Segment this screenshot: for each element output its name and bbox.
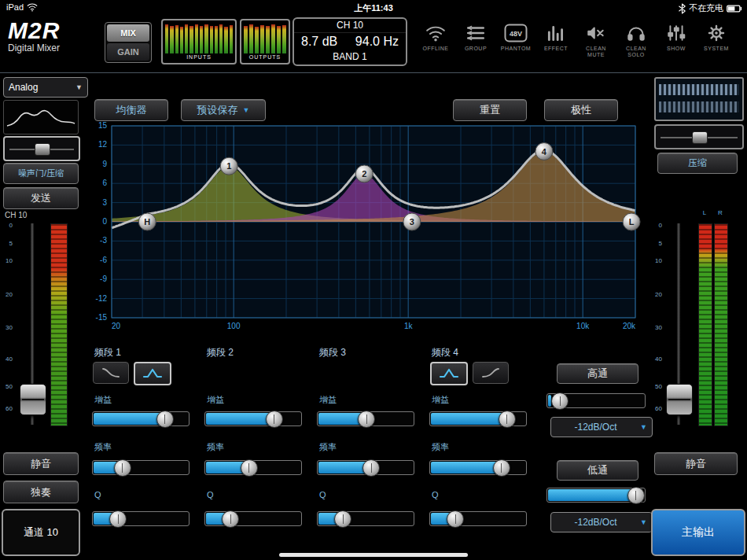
slider-knob[interactable]	[334, 510, 351, 528]
bell-icon[interactable]	[430, 362, 468, 385]
svg-text:-6: -6	[100, 256, 107, 264]
band3-gain-label: 增益	[319, 394, 337, 406]
master-mute-button[interactable]: 静音	[654, 452, 738, 475]
band1-shape-row	[93, 362, 171, 385]
slider-knob[interactable]	[493, 459, 510, 477]
lowpass-button[interactable]: 低通	[557, 460, 638, 481]
channel-select-button[interactable]: 通道 10	[2, 509, 80, 556]
band3-gain-slider[interactable]	[317, 411, 414, 426]
clean-solo-button[interactable]: CLEAN SOLO	[619, 20, 653, 58]
band2-freq-slider[interactable]	[204, 460, 302, 475]
slider-knob[interactable]	[222, 510, 239, 528]
slider-knob[interactable]	[358, 411, 375, 428]
slider-knob[interactable]	[627, 487, 645, 504]
lowpass-slope-select[interactable]: -12dB/Oct ▼	[550, 512, 653, 532]
eq-graph-svg[interactable]: 15129630-3-6-9-12-15201001k10k20k1234HL	[85, 121, 643, 335]
band4-freq-slider[interactable]	[429, 460, 527, 475]
slider-knob[interactable]	[156, 411, 174, 428]
effect-button[interactable]: EFFECT	[539, 20, 573, 58]
eq-graph[interactable]: 15129630-3-6-9-12-15201001k10k20k1234HL	[85, 121, 643, 335]
left-fader-knob[interactable]	[20, 384, 46, 415]
channel-mute-button[interactable]: 静音	[3, 452, 79, 475]
outputs-meter-panel[interactable]: OUTPUTS	[240, 19, 290, 64]
eq-handle-filter-H-label: H	[144, 217, 150, 227]
master-fader[interactable]	[668, 223, 689, 425]
clean-mute-button[interactable]: CLEAN MUTE	[579, 20, 613, 58]
highpass-label: 高通	[587, 367, 608, 381]
outputs-meter-bars	[241, 20, 289, 54]
band4-gain-slider[interactable]	[429, 411, 527, 426]
phantom-label: PHANTOM	[499, 46, 533, 52]
channel-solo-button[interactable]: 独奏	[3, 481, 79, 503]
slider-knob[interactable]	[447, 510, 464, 528]
outputs-label: OUTPUTS	[241, 54, 289, 63]
master-level-mini-fader[interactable]	[654, 124, 744, 149]
slider-knob[interactable]	[266, 411, 283, 428]
gate-comp-button[interactable]: 噪声门/压缩	[3, 163, 79, 184]
eq-handle-band-1-label: 1	[226, 161, 231, 171]
band3-freq-slider[interactable]	[317, 460, 414, 475]
left-fader[interactable]	[22, 223, 42, 425]
svg-text:0: 0	[102, 217, 107, 226]
slider-knob[interactable]	[114, 459, 131, 477]
led-bar	[175, 25, 178, 53]
led-bar	[190, 26, 193, 53]
svg-text:-3: -3	[100, 236, 107, 245]
band1-gain-label: 增益	[94, 394, 112, 406]
mini-fader-knob[interactable]	[692, 131, 708, 144]
band4-q-slider[interactable]	[429, 511, 527, 526]
highpass-slope-select[interactable]: -12dB/Oct ▼	[550, 417, 653, 437]
battery-status-label: 不在充电	[689, 2, 723, 14]
band2-gain-slider[interactable]	[204, 411, 302, 426]
gain-button[interactable]: GAIN	[107, 43, 149, 61]
equalizer-tab[interactable]: 均衡器	[94, 99, 168, 121]
band1-gain-slider[interactable]	[92, 411, 190, 426]
master-meter-thumbnail[interactable]	[654, 77, 744, 121]
eq-curve-thumbnail[interactable]	[3, 100, 79, 134]
led-bar	[249, 24, 253, 53]
master-fader-knob[interactable]	[666, 384, 693, 415]
high-shelf-icon[interactable]	[473, 362, 509, 384]
effect-bars-icon	[546, 24, 566, 42]
mini-fader-knob[interactable]	[35, 143, 50, 156]
faders-icon	[666, 24, 686, 42]
highpass-button[interactable]: 高通	[557, 363, 638, 384]
slider-knob[interactable]	[109, 510, 127, 528]
band1-q-slider[interactable]	[92, 511, 190, 526]
slider-knob[interactable]	[241, 459, 258, 477]
compressor-button[interactable]: 压缩	[657, 153, 738, 174]
band1-freq-slider[interactable]	[92, 460, 190, 475]
phantom-button[interactable]: 48V PHANTOM	[499, 20, 533, 58]
thumb-meter-row	[659, 101, 739, 112]
system-button[interactable]: SYSTEM	[699, 20, 734, 58]
band2-q-slider[interactable]	[204, 511, 302, 526]
polarity-label: 极性	[571, 103, 591, 117]
main-out-button[interactable]: 主输出	[651, 509, 745, 556]
low-shelf-icon[interactable]	[93, 362, 129, 384]
slider-knob[interactable]	[362, 459, 380, 477]
mix-button[interactable]: MIX	[107, 24, 149, 42]
polarity-button[interactable]: 极性	[544, 99, 618, 121]
preset-save-dropdown[interactable]: 预设保存 ▼	[181, 99, 266, 121]
band3-q-slider[interactable]	[317, 511, 414, 526]
reset-button[interactable]: 重置	[453, 99, 527, 121]
band3-freq-label: 频率	[319, 441, 337, 453]
slider-knob[interactable]	[551, 392, 569, 410]
mute-speaker-icon	[586, 24, 606, 42]
band1-title: 频段 1	[94, 346, 121, 359]
lowpass-freq-slider[interactable]	[546, 488, 646, 503]
bell-icon[interactable]	[134, 362, 171, 385]
send-button[interactable]: 发送	[3, 187, 79, 209]
show-button[interactable]: SHOW	[659, 20, 694, 58]
group-button[interactable]: GROUP	[458, 20, 493, 58]
source-select[interactable]: Analog ▼	[3, 77, 88, 98]
offline-button[interactable]: OFFLINE	[418, 20, 453, 58]
highpass-freq-slider[interactable]	[546, 393, 646, 408]
channel-level-mini-fader[interactable]	[3, 136, 80, 161]
inputs-meter-panel[interactable]: INPUTS	[161, 19, 237, 64]
slider-knob[interactable]	[499, 411, 516, 428]
system-label: SYSTEM	[699, 46, 734, 52]
left-channel-meter	[50, 223, 68, 426]
home-indicator[interactable]	[279, 553, 468, 557]
svg-text:-15: -15	[96, 313, 108, 322]
